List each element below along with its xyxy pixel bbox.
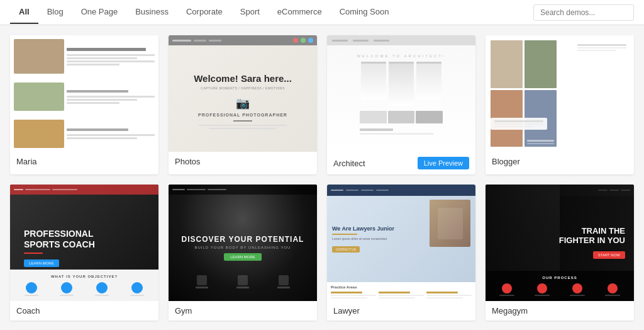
live-preview-button-architect[interactable]: Live Preview [418,157,469,169]
tab-business[interactable]: Business [126,1,177,24]
tab-sport[interactable]: Sport [231,1,269,24]
tab-ecommerce[interactable]: eCommerce [269,1,331,24]
card-footer-gym: Gym [169,301,317,321]
tab-corporate[interactable]: Corporate [177,1,231,24]
demo-grid: Maria Welcome! Sara here... CAPTURE MOME… [0,25,644,330]
card-name-architect: Architect [333,159,365,168]
nav-tabs: All Blog One Page Business Corporate Spo… [10,1,533,24]
search-box [533,4,634,21]
demo-card-photos[interactable]: Welcome! Sara here... CAPTURE MOMENTS / … [169,35,317,174]
gym-cta-button: LEARN MORE [224,253,262,261]
tab-all[interactable]: All [10,1,38,24]
demo-card-gym[interactable]: DISCOVER YOUR POTENTIAL BUILD YOUR BODY … [169,185,317,321]
top-navigation: All Blog One Page Business Corporate Spo… [0,0,644,25]
demo-card-blogger[interactable]: Blogger [486,35,634,174]
card-footer-megagym: Megagym [486,301,634,321]
demo-card-maria[interactable]: Maria [10,35,158,174]
coach-btn: LEARN MORE [24,259,59,267]
demo-card-megagym[interactable]: MEGA TRAIN THEFIGHTER IN YOU START NOW O… [486,185,634,321]
demo-card-architect[interactable]: WELCOME TO ARCHITECT! [327,35,475,174]
tab-coming-soon[interactable]: Coming Soon [331,1,398,24]
megagym-title: TRAIN THEFIGHTER IN YOU [559,227,625,245]
coach-title: PROFESSIONALSPORTS COACH [24,229,95,250]
search-input[interactable] [533,4,634,21]
card-name-lawyer: Lawyer [333,306,360,316]
demo-card-lawyer[interactable]: We Are Lawyers Junior Lorem ipsum dolor … [327,185,475,321]
card-name-maria: Maria [16,157,37,166]
card-name-coach: Coach [16,306,40,316]
card-name-gym: Gym [175,306,192,316]
card-name-photos: Photos [175,157,200,166]
megagym-btn: START NOW [593,251,625,259]
tab-one-page[interactable]: One Page [72,1,127,24]
card-name-blogger: Blogger [492,157,520,166]
card-footer-lawyer: Lawyer [327,301,475,321]
card-footer-coach: Coach [10,301,158,321]
tab-blog[interactable]: Blog [38,1,72,24]
gym-sub: BUILD YOUR BODY BY UNLEASHING YOU [182,246,304,249]
demo-card-coach[interactable]: PROFESSIONALSPORTS COACH LEARN MORE WHAT… [10,185,158,321]
card-name-megagym: Megagym [492,306,528,316]
gym-title: DISCOVER YOUR POTENTIAL [182,235,304,244]
